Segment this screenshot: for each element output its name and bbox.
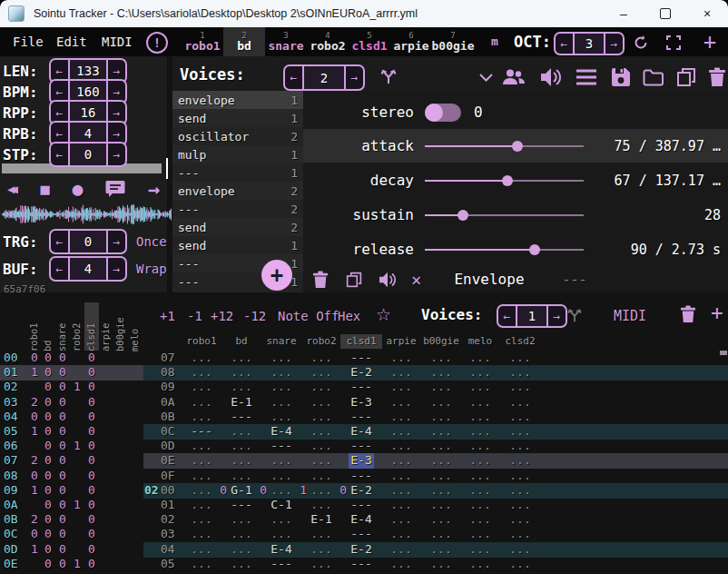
unit-row-send[interactable]: send1 xyxy=(172,109,303,127)
note-cell[interactable]: ... xyxy=(309,439,334,453)
order-cell[interactable]: 0 xyxy=(56,439,69,453)
order-cell[interactable]: 0 xyxy=(56,542,69,557)
attack-slider[interactable] xyxy=(425,140,584,153)
note-cell[interactable]: ... xyxy=(389,439,414,453)
sustain-slider[interactable] xyxy=(425,209,584,222)
unit-row-empty[interactable]: ---2 xyxy=(172,200,303,218)
note-cell[interactable]: ... xyxy=(507,410,533,424)
note-cell[interactable]: ... xyxy=(467,483,493,498)
track-header-clsd2[interactable]: clsd2 xyxy=(499,335,541,347)
note-cell[interactable]: ... xyxy=(269,483,294,498)
note-cell[interactable]: ... xyxy=(309,395,334,410)
note-cell[interactable]: ... xyxy=(428,395,454,410)
menu-file[interactable]: File xyxy=(13,27,44,56)
track-header-b00gie[interactable]: b00gie xyxy=(420,335,462,347)
note-cell[interactable]: ... xyxy=(507,483,533,498)
order-cell[interactable]: 0 xyxy=(56,512,69,527)
note-cell[interactable]: ... xyxy=(389,469,414,483)
sustain-slider-handle[interactable] xyxy=(457,210,468,221)
unit-row-envelope[interactable]: envelope1 xyxy=(172,91,303,109)
order-cell[interactable]: 0 xyxy=(42,410,54,424)
note-cell[interactable]: ... xyxy=(229,424,254,439)
note-cell[interactable]: ... xyxy=(189,512,214,527)
octave-up-button[interactable]: +12 xyxy=(211,307,233,325)
note-cell[interactable]: --- xyxy=(349,380,374,394)
note-cell[interactable]: E-2 xyxy=(349,483,374,498)
note-cell[interactable]: ... xyxy=(467,351,493,365)
note-cell[interactable]: ... xyxy=(309,424,334,439)
note-cell[interactable]: ... xyxy=(389,557,414,571)
buf-stepper-increment[interactable]: → xyxy=(108,258,125,280)
order-cell[interactable]: 0 xyxy=(56,483,69,498)
note-cell[interactable]: ... xyxy=(389,380,414,394)
note-cell[interactable]: ... xyxy=(269,453,294,468)
unit-speaker-icon[interactable] xyxy=(378,270,398,290)
follow-arrow-icon[interactable]: → xyxy=(148,178,160,201)
song-stp-stepper-increment[interactable]: → xyxy=(108,144,125,165)
note-cell[interactable]: ... xyxy=(428,365,454,380)
unit-row-oscillator[interactable]: oscillator2 xyxy=(172,127,303,145)
note-cell[interactable]: ... xyxy=(309,453,334,468)
buf-stepper-decrement[interactable]: ← xyxy=(51,258,68,280)
note-cell[interactable]: ... xyxy=(467,512,493,527)
note-cell[interactable]: ... xyxy=(229,557,254,571)
note-cell[interactable]: ... xyxy=(507,439,533,453)
add-track-icon[interactable]: + xyxy=(707,302,727,323)
add-unit-button[interactable]: + xyxy=(261,260,292,291)
record-icon[interactable]: ● xyxy=(72,178,83,200)
note-cell[interactable]: --- xyxy=(349,469,374,483)
note-cell[interactable]: E-3 xyxy=(349,395,374,410)
note-cell[interactable]: ... xyxy=(467,365,493,380)
note-cell[interactable]: ... xyxy=(189,527,214,541)
note-cell[interactable]: ... xyxy=(507,498,533,512)
note-cell[interactable]: ... xyxy=(507,453,533,468)
note-cell[interactable]: ... xyxy=(229,512,254,527)
mute-speaker-icon[interactable] xyxy=(539,65,563,89)
note-cell[interactable]: ... xyxy=(507,542,533,557)
rewind-icon[interactable]: ◀◀ xyxy=(7,182,18,196)
note-cell[interactable]: --- xyxy=(349,527,374,541)
order-cell[interactable]: 1 xyxy=(28,483,41,498)
note-cell[interactable]: --- xyxy=(269,557,294,571)
order-cell[interactable]: 1 xyxy=(71,380,84,394)
note-cell[interactable]: ... xyxy=(309,557,334,571)
order-cell[interactable]: 0 xyxy=(42,365,54,380)
note-cell[interactable]: ... xyxy=(389,395,414,410)
note-cell[interactable]: ... xyxy=(428,557,454,571)
note-cell[interactable]: ... xyxy=(467,469,493,483)
buf-mode-label[interactable]: Wrap xyxy=(136,262,167,276)
semitone-up-button[interactable]: +1 xyxy=(160,307,175,325)
track-voices-stepper-value[interactable]: 1 xyxy=(516,306,548,326)
note-cell[interactable]: ... xyxy=(467,557,493,571)
note-cell[interactable]: G-1 xyxy=(229,483,254,498)
delete-track-icon[interactable] xyxy=(679,304,697,324)
chevron-down-icon[interactable] xyxy=(474,65,497,89)
octave-stepper-decrement[interactable]: ← xyxy=(556,34,573,54)
note-cell[interactable]: ... xyxy=(189,557,214,571)
order-cell[interactable]: 1 xyxy=(71,439,84,453)
order-cell[interactable]: 0 xyxy=(56,453,69,468)
order-cell[interactable]: 2 xyxy=(28,512,41,527)
note-cell[interactable]: ... xyxy=(428,424,454,439)
note-cell[interactable]: ... xyxy=(467,380,493,394)
note-cell[interactable]: ... xyxy=(269,395,294,410)
open-folder-icon[interactable] xyxy=(642,65,665,89)
note-cell[interactable]: ... xyxy=(189,542,214,557)
note-cell[interactable]: --- xyxy=(349,498,374,512)
track-voices-stepper-decrement[interactable]: ← xyxy=(498,306,516,326)
order-cell[interactable]: 0 xyxy=(56,351,69,365)
note-cell[interactable]: ... xyxy=(507,380,533,394)
order-cell[interactable]: 0 xyxy=(85,557,98,571)
voices-users-icon[interactable] xyxy=(502,65,526,89)
trg-stepper-value[interactable]: 0 xyxy=(68,231,108,252)
note-cell[interactable]: ... xyxy=(389,365,414,380)
note-cell[interactable]: ... xyxy=(428,380,454,394)
delete-instrument-icon[interactable] xyxy=(705,65,728,89)
note-cell[interactable]: ... xyxy=(189,469,214,483)
order-cell[interactable]: 0 xyxy=(85,483,98,498)
track-voices-stepper-increment[interactable]: → xyxy=(548,306,566,326)
tab-snare[interactable]: 3snare xyxy=(265,27,307,56)
note-cell[interactable]: E-3 xyxy=(349,453,374,468)
note-cell[interactable]: ... xyxy=(507,395,533,410)
order-cell[interactable]: 0 xyxy=(28,410,41,424)
